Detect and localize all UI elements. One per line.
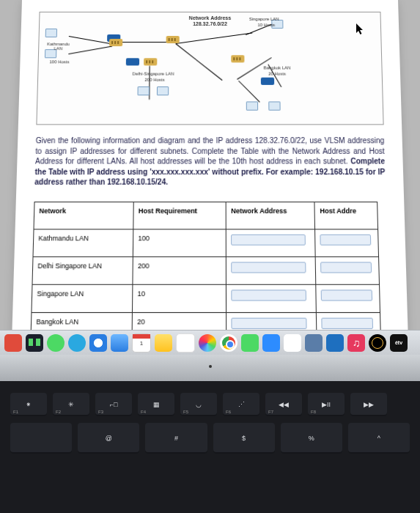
singapore-lan-label: Singapore LAN xyxy=(247,17,281,21)
key-6[interactable]: ^ xyxy=(348,423,410,454)
question-text: Given the following information and diag… xyxy=(34,136,386,188)
input-host-address[interactable] xyxy=(321,289,372,300)
input-host-address[interactable] xyxy=(320,234,371,245)
pc-icon xyxy=(157,86,169,96)
calendar-day: 1 xyxy=(133,340,150,347)
bangkok-lan-label: Bangkok LAN xyxy=(261,65,294,70)
input-network-address[interactable] xyxy=(232,289,306,300)
table-row: Kathmandu LAN 100 xyxy=(33,229,379,256)
col-network-address: Network Address xyxy=(226,202,315,229)
col-network: Network xyxy=(34,202,133,229)
key-f7[interactable]: ◀◀F7 xyxy=(265,393,302,416)
cell-host-address xyxy=(315,229,379,256)
col-host-requirement: Host Requirement xyxy=(133,202,226,229)
cell-network-address xyxy=(226,256,316,284)
answer-table: Network Host Requirement Network Address… xyxy=(30,202,381,341)
key-f4[interactable]: ▦F4 xyxy=(138,393,174,416)
input-network-address[interactable] xyxy=(232,317,307,328)
table-header-row: Network Host Requirement Network Address… xyxy=(34,202,378,229)
cell-hostreq: 10 xyxy=(133,284,226,312)
cell-host-address xyxy=(316,256,380,284)
diagram-link xyxy=(176,32,253,44)
cell-hostreq: 100 xyxy=(133,229,226,256)
table-row: Delhi Singapore LAN 200 xyxy=(32,256,380,284)
key-f3[interactable]: ⌐□F3 xyxy=(95,393,132,416)
key-f1[interactable]: ⁕F1 xyxy=(10,393,47,416)
input-network-address[interactable] xyxy=(232,262,306,273)
singapore-hosts-label: 10 Hosts xyxy=(251,23,281,27)
zoom-app-icon[interactable] xyxy=(262,334,280,352)
network-diagram: Network Address 128.32.76.0/22 Kathmandu… xyxy=(36,12,383,125)
switch-icon xyxy=(144,58,157,66)
diagram-title-line1: Network Address xyxy=(189,15,232,21)
switch-icon xyxy=(109,39,122,47)
key-2[interactable]: @ xyxy=(78,423,139,454)
pc-icon xyxy=(268,101,280,111)
safari-app-icon[interactable] xyxy=(89,334,107,352)
generic-app-icon[interactable] xyxy=(326,334,344,352)
input-host-address[interactable] xyxy=(322,317,373,328)
cell-network: Singapore LAN xyxy=(32,284,133,312)
cell-network-address xyxy=(226,229,316,256)
input-network-address[interactable] xyxy=(231,234,306,245)
pc-icon xyxy=(45,29,57,38)
diagram-link xyxy=(69,36,112,44)
key-grave[interactable] xyxy=(10,423,72,454)
key-4[interactable]: $ xyxy=(213,423,275,454)
keyboard-fn-row: ⁕F1 ✳F2 ⌐□F3 ▦F4 ◡F5 ⋰F6 ◀◀F7 ▶IIF8 ▶▶ xyxy=(10,393,410,416)
key-f6[interactable]: ⋰F6 xyxy=(223,393,259,416)
delhi-singapore-lan-label: Delhi-Singapore LAN xyxy=(128,72,180,76)
delhi-singapore-hosts-label: 200 Hosts xyxy=(136,78,174,82)
switch-icon xyxy=(231,55,244,63)
appletv-app-icon[interactable]: étv xyxy=(390,334,408,352)
photos-app-icon[interactable] xyxy=(199,334,216,352)
key-5[interactable]: % xyxy=(281,423,342,454)
cell-hostreq: 200 xyxy=(133,256,226,284)
notes-app-icon[interactable] xyxy=(155,334,172,352)
reminders-app-icon[interactable] xyxy=(176,333,195,353)
key-f8[interactable]: ▶IIF8 xyxy=(308,393,345,416)
router-icon xyxy=(126,58,139,66)
diagram-link xyxy=(175,43,222,81)
chrome-app-icon[interactable] xyxy=(220,334,237,352)
kathmandu-hosts-label: 100 Hosts xyxy=(46,59,73,64)
key-f2[interactable]: ✳F2 xyxy=(53,393,89,416)
key-f5[interactable]: ◡F5 xyxy=(180,393,217,416)
question-plain: Given the following information and diag… xyxy=(35,136,385,166)
laptop-bezel xyxy=(0,355,420,381)
podcasts-app-icon[interactable] xyxy=(369,334,386,352)
music-app-icon[interactable]: ♫ xyxy=(347,334,365,352)
mailclient-app-icon[interactable] xyxy=(111,334,128,352)
stocks-app-icon[interactable] xyxy=(26,334,43,352)
macos-dock[interactable]: 1 ♫ étv xyxy=(0,330,420,355)
appstore-app-icon[interactable] xyxy=(284,334,301,352)
mouse-cursor-icon xyxy=(356,23,365,35)
cell-network: Delhi Singapore LAN xyxy=(32,256,133,284)
laptop-keyboard: ⁕F1 ✳F2 ⌐□F3 ▦F4 ◡F5 ⋰F6 ◀◀F7 ▶IIF8 ▶▶ @… xyxy=(0,381,420,513)
messages-app-icon[interactable] xyxy=(47,334,65,352)
cell-network: Kathmandu LAN xyxy=(33,229,133,256)
pc-icon xyxy=(138,86,150,96)
col-host-address: Host Addre xyxy=(314,202,377,229)
table-row: Singapore LAN 10 xyxy=(32,284,380,312)
diagram-title-line2: 128.32.76.0/22 xyxy=(189,21,232,27)
diagram-link xyxy=(120,42,172,43)
switch-icon xyxy=(166,36,180,44)
generic-app-icon[interactable] xyxy=(305,334,323,352)
kathmandu-lan-label: Kathmandu LAN xyxy=(43,42,73,51)
document-screen: Network Address 128.32.76.0/22 Kathmandu… xyxy=(11,0,408,357)
calendar-app-icon[interactable]: 1 xyxy=(132,333,151,353)
pc-icon xyxy=(246,101,258,111)
input-host-address[interactable] xyxy=(320,262,371,273)
diagram-link xyxy=(238,81,260,103)
key-3[interactable]: # xyxy=(145,423,207,454)
diagram-title: Network Address 128.32.76.0/22 xyxy=(189,15,232,26)
mail-app-icon[interactable] xyxy=(4,334,22,352)
cell-host-address xyxy=(316,284,380,312)
bangkok-hosts-label: 20 Hosts xyxy=(262,72,292,76)
camera-icon xyxy=(209,365,212,368)
key-f9[interactable]: ▶▶ xyxy=(350,393,387,416)
keyboard-number-row: @ # $ % ^ xyxy=(10,423,410,454)
skype-app-icon[interactable] xyxy=(68,334,86,352)
facetime-app-icon[interactable] xyxy=(241,334,259,352)
